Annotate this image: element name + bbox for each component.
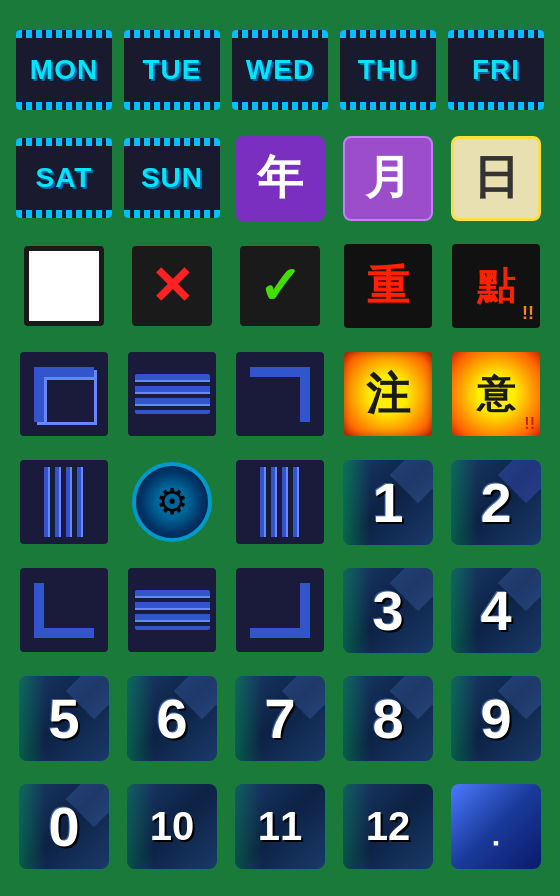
day-tue-label: TUE: [143, 54, 202, 86]
num0-label: 0: [48, 794, 79, 859]
cell-num3[interactable]: 3: [338, 560, 438, 660]
tile-num1: 1: [343, 460, 433, 545]
cell-mon[interactable]: MON: [14, 20, 114, 120]
tile-month: 月: [343, 136, 433, 221]
day-thu-label: THU: [358, 54, 419, 86]
cell-num4[interactable]: 4: [446, 560, 546, 660]
day-mon-label: MON: [30, 54, 98, 86]
tile-gear: ⚙: [132, 462, 212, 542]
tile-zhu: 注: [344, 352, 432, 436]
cell-num8[interactable]: 8: [338, 668, 438, 768]
corner-tl-shape: [34, 367, 94, 422]
day-fri: FRI: [448, 30, 544, 110]
cell-corner-br[interactable]: [230, 560, 330, 660]
cell-corner-tr[interactable]: [230, 344, 330, 444]
tile-num12: 12: [343, 784, 433, 869]
num9-label: 9: [480, 686, 511, 751]
tile-corner-bl: [20, 568, 108, 652]
tile-num6: 6: [127, 676, 217, 761]
dot-label: ▪: [493, 833, 499, 859]
cell-checkbox-x[interactable]: ✕: [122, 236, 222, 336]
cell-checkbox-check[interactable]: ✓: [230, 236, 330, 336]
cn-zhu-char: 注: [366, 365, 410, 424]
num4-label: 4: [480, 578, 511, 643]
dian-excl: !!: [522, 303, 534, 324]
checkbox-empty-icon: [24, 246, 104, 326]
cell-wed[interactable]: WED: [230, 20, 330, 120]
cn-yi-char: 意: [477, 369, 515, 420]
num10-label: 10: [150, 804, 195, 849]
cell-num5[interactable]: 5: [14, 668, 114, 768]
yi-excl: !!: [524, 415, 535, 433]
cell-num6[interactable]: 6: [122, 668, 222, 768]
day-tue: TUE: [124, 30, 220, 110]
cell-num12[interactable]: 12: [338, 776, 438, 876]
num3-label: 3: [372, 578, 403, 643]
cn-year-char: 年: [257, 147, 303, 209]
tile-num3: 3: [343, 568, 433, 653]
num8-label: 8: [372, 686, 403, 751]
cell-year[interactable]: 年: [230, 128, 330, 228]
cell-thu[interactable]: THU: [338, 20, 438, 120]
checkbox-check-icon: ✓: [240, 246, 320, 326]
cell-num10[interactable]: 10: [122, 776, 222, 876]
num1-label: 1: [372, 470, 403, 535]
check-mark: ✓: [258, 256, 302, 316]
day-wed-label: WED: [246, 54, 314, 86]
icon-grid: MON TUE WED THU FRI SAT SUN 年: [4, 10, 556, 886]
cell-num11[interactable]: 11: [230, 776, 330, 876]
tile-hlines2: [128, 568, 216, 652]
tile-num9: 9: [451, 676, 541, 761]
cn-dian-char: 點: [477, 261, 515, 312]
tile-num11: 11: [235, 784, 325, 869]
tile-num0: 0: [19, 784, 109, 869]
cell-dot[interactable]: ▪: [446, 776, 546, 876]
tile-num10: 10: [127, 784, 217, 869]
tile-corner-tl: [20, 352, 108, 436]
cn-month-char: 月: [365, 147, 411, 209]
tile-corner-tr: [236, 352, 324, 436]
cell-num9[interactable]: 9: [446, 668, 546, 768]
cell-corner-bl[interactable]: [14, 560, 114, 660]
cell-hlines2[interactable]: [122, 560, 222, 660]
cell-gear[interactable]: ⚙: [122, 452, 222, 552]
num7-label: 7: [264, 686, 295, 751]
cell-vlines[interactable]: [14, 452, 114, 552]
tile-num5: 5: [19, 676, 109, 761]
day-sun: SUN: [124, 138, 220, 218]
hlines-shape: [135, 374, 210, 414]
cell-hlines[interactable]: [122, 344, 222, 444]
cell-sat[interactable]: SAT: [14, 128, 114, 228]
tile-num2: 2: [451, 460, 541, 545]
cell-tue[interactable]: TUE: [122, 20, 222, 120]
tile-hlines: [128, 352, 216, 436]
tile-yi: 意 !!: [452, 352, 540, 436]
tile-dot: ▪: [451, 784, 541, 869]
cn-day-char: 日: [473, 147, 519, 209]
cell-zhu[interactable]: 注: [338, 344, 438, 444]
cell-num0[interactable]: 0: [14, 776, 114, 876]
cell-chong[interactable]: 重: [338, 236, 438, 336]
cell-dian[interactable]: 點 !!: [446, 236, 546, 336]
cell-corner-tl[interactable]: [14, 344, 114, 444]
num6-label: 6: [156, 686, 187, 751]
tile-year: 年: [235, 136, 325, 221]
num2-label: 2: [480, 470, 511, 535]
tile-vlines: [20, 460, 108, 544]
cell-num1[interactable]: 1: [338, 452, 438, 552]
cell-fri[interactable]: FRI: [446, 20, 546, 120]
gear-icon: ⚙: [156, 481, 188, 523]
tile-num7: 7: [235, 676, 325, 761]
corner-tr-shape: [250, 367, 310, 422]
cell-sun[interactable]: SUN: [122, 128, 222, 228]
cell-day[interactable]: 日: [446, 128, 546, 228]
cell-num7[interactable]: 7: [230, 668, 330, 768]
cell-yi[interactable]: 意 !!: [446, 344, 546, 444]
cell-month[interactable]: 月: [338, 128, 438, 228]
num11-label: 11: [258, 804, 303, 849]
cell-checkbox-empty[interactable]: [14, 236, 114, 336]
cell-num2[interactable]: 2: [446, 452, 546, 552]
cell-vlines2[interactable]: [230, 452, 330, 552]
day-mon: MON: [16, 30, 112, 110]
corner-br-shape: [250, 583, 310, 638]
